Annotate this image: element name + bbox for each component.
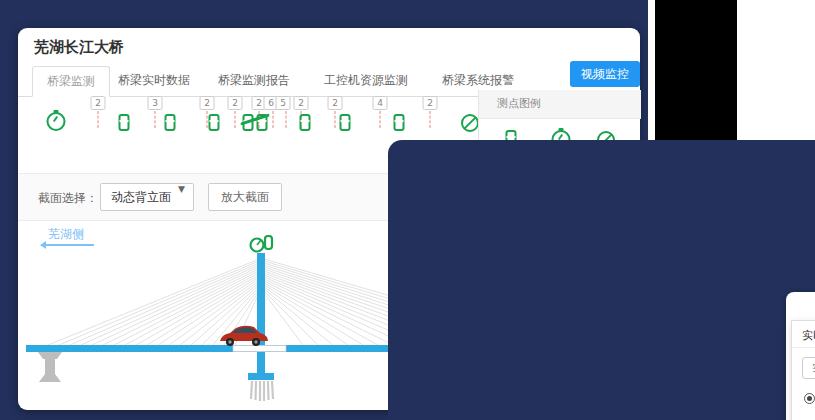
tab-realtime-curve[interactable]: 实时曲线图 [802,357,815,379]
sensor-count-badge: 2 [423,96,438,110]
section-select-label: 截面选择： [38,190,98,207]
link-sensor-icon[interactable] [300,114,311,131]
sensor-count-badge: 2 [91,96,106,110]
sensor-marker-line [235,111,236,128]
sensor-marker-line [98,111,99,128]
sensor-count-badge: 3 [148,96,163,110]
tower-top-sensors [251,236,273,252]
desktop: 芜湖长江大桥 桥梁监测 桥梁实时数据 桥梁监测报告 工控机资源监测 桥梁系统报警… [0,0,815,420]
playback-window: 测点图例 温度 ( 9 ) 对比分析 对比分析 测点列表 实时曲线 × 实时曲线… [786,292,815,420]
tab-bridge-monitor[interactable]: 桥梁监测 [32,66,110,97]
tower-footing [248,373,274,380]
left-arrow-icon [42,244,94,246]
bridge-side-label: 芜湖侧 [48,226,84,243]
tab-realtime-data[interactable]: 桥梁实时数据 [104,66,204,95]
link-sensor-icon[interactable] [340,114,351,131]
disabled-sensor-icon[interactable] [461,114,479,132]
sensor-count-badge: 5 [276,96,291,110]
tab-monitor-report[interactable]: 桥梁监测报告 [204,66,304,95]
sensor-marker-line [430,111,431,128]
last-two-months-radio[interactable] [804,393,815,404]
sensor-count-badge: 2 [200,96,215,110]
sensor-count-badge: 2 [228,96,243,110]
link-sensor-icon[interactable] [119,114,130,131]
gauge-icon[interactable] [47,112,66,131]
chevron-down-icon: ▼ [178,184,185,194]
bridge-tower [257,253,265,375]
deck-joint [233,346,286,352]
sensor-marker-line [207,111,208,128]
link-sensor-icon[interactable] [165,114,176,131]
dialog-header: 实时曲线 × [792,321,815,348]
chart-legend[interactable]: 第七跨跨中振动 [792,413,815,420]
video-monitor-button[interactable]: 视频监控 [570,61,640,87]
sensor-count-badge: 2 [294,96,309,110]
sensor-marker-line [335,111,336,128]
realtime-curve-dialog: 实时曲线 × 实时曲线图 监控回放 最近两个月 - 查询 第七跨跨中振动 第七跨… [791,320,815,420]
sensor-count-badge: 2 [328,96,343,110]
sensor-marker-line [273,111,274,128]
point-legend-title: 测点图例 [479,90,641,119]
link-sensor-icon[interactable] [394,114,405,131]
sensor-count-badge: 4 [373,96,388,110]
link-sensor-icon[interactable] [209,114,220,131]
tower-piles [251,381,273,401]
enlarge-section-button[interactable]: 放大截面 [208,183,282,211]
bridge-pier [38,352,62,382]
video-feed [655,0,737,141]
sensor-marker-line [286,111,287,128]
tab-ipc-resource[interactable]: 工控机资源监测 [310,66,422,95]
sensor-marker-line [380,111,381,128]
page-title: 芜湖长江大桥 [34,38,124,57]
playback-window-frame: 测点图例 温度 ( 9 ) 对比分析 对比分析 测点列表 实时曲线 × 实时曲线… [388,140,815,420]
dialog-title: 实时曲线 [802,328,815,343]
sensor-marker-line [155,111,156,128]
